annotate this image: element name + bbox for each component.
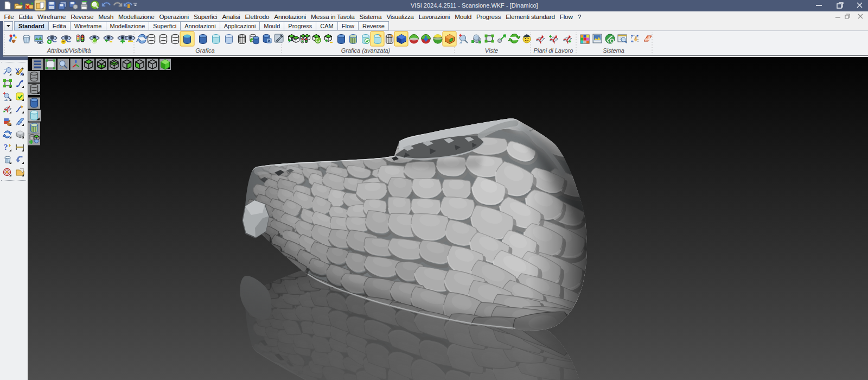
svg-text:Attributi/Visibilità: Attributi/Visibilità [47, 47, 91, 54]
svg-text:Piani di Lavoro: Piani di Lavoro [534, 47, 573, 54]
svg-text:Grafica (avanzata): Grafica (avanzata) [341, 47, 391, 54]
svg-text:Sistema: Sistema [603, 47, 624, 54]
svg-text:Grafica: Grafica [195, 47, 214, 54]
svg-text:Viste: Viste [485, 47, 498, 54]
svg-text:?: ? [4, 143, 8, 151]
